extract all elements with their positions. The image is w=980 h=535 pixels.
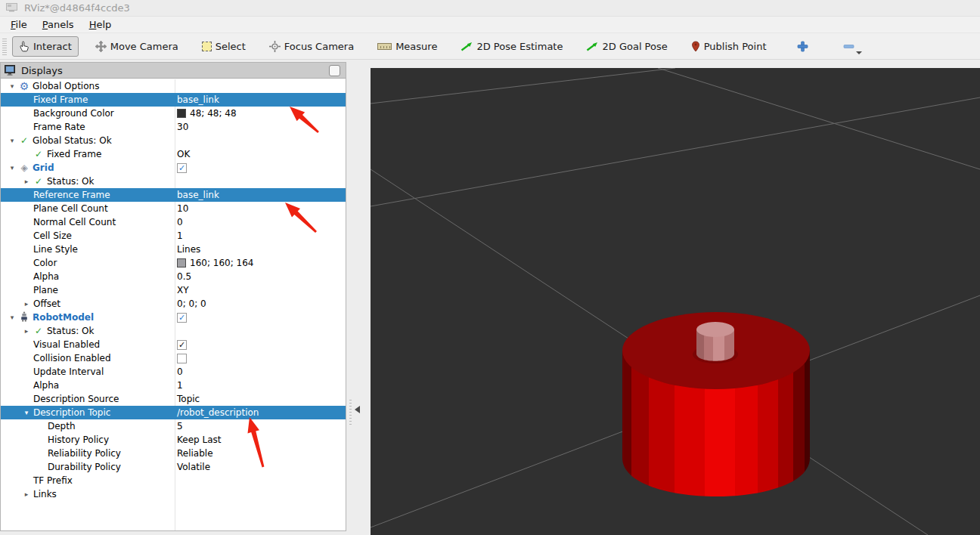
tree-row-collision-enabled[interactable]: Collision Enabled <box>1 351 346 365</box>
measure-button[interactable]: Measure <box>371 36 444 57</box>
tree-row-reliability-policy[interactable]: Reliability PolicyReliable <box>1 447 346 460</box>
tree-row-frame-rate[interactable]: Frame Rate30 <box>1 120 346 134</box>
publish-point-button[interactable]: Publish Point <box>684 36 774 57</box>
tree-row-status-ok[interactable]: ▸✓Status: Ok <box>1 324 346 338</box>
checkbox[interactable] <box>177 354 187 363</box>
expander-icon[interactable]: ▸ <box>21 327 32 335</box>
tree-row-history-policy[interactable]: History PolicyKeep Last <box>1 433 346 447</box>
menu-item-help[interactable]: Help <box>82 17 119 32</box>
splitter-handle[interactable] <box>349 399 352 425</box>
tree-row-plane[interactable]: PlaneXY <box>1 283 346 297</box>
tree-row-visual-enabled[interactable]: Visual Enabled✓ <box>1 338 346 351</box>
row-value[interactable]: 0.5 <box>177 270 191 283</box>
2d-pose-estimate-button[interactable]: 2D Pose Estimate <box>454 36 569 57</box>
row-value[interactable]: ✓ <box>177 311 187 324</box>
row-value[interactable]: 1 <box>177 379 183 392</box>
expander-icon[interactable]: ▸ <box>21 490 32 498</box>
expander-icon[interactable]: ▾ <box>7 82 17 90</box>
collapse-panel-icon[interactable] <box>355 406 360 413</box>
value-text: Lines <box>177 244 200 255</box>
row-value[interactable]: ✓ <box>177 161 187 175</box>
value-text: OK <box>177 149 190 159</box>
select-button[interactable]: Select <box>195 36 253 57</box>
value-text: 10 <box>177 203 188 214</box>
row-value[interactable]: base_link <box>177 188 219 202</box>
tree-row-durability-policy[interactable]: Durability PolicyVolatile <box>1 460 346 474</box>
tree-row-normal-cell-count[interactable]: Normal Cell Count0 <box>1 215 346 229</box>
move-camera-button[interactable]: Move Camera <box>88 36 185 57</box>
tool-label: Move Camera <box>110 41 178 52</box>
splitter-gutter[interactable] <box>346 60 371 535</box>
tree-row-color[interactable]: Color160; 160; 164 <box>1 256 346 270</box>
displays-panel-header[interactable]: Displays <box>1 63 346 79</box>
tree-row-grid[interactable]: ▾◈Grid✓ <box>1 161 346 175</box>
row-value[interactable] <box>177 351 187 365</box>
panel-float-button[interactable] <box>329 65 340 76</box>
remove-tool-button[interactable] <box>838 36 867 57</box>
tree-row-reference-frame[interactable]: Reference Framebase_link <box>1 188 346 202</box>
expander-icon[interactable]: ▾ <box>7 164 17 172</box>
row-value[interactable]: /robot_description <box>177 406 259 419</box>
row-value[interactable]: Topic <box>177 392 200 406</box>
chevron-down-icon[interactable] <box>856 51 862 54</box>
row-value[interactable]: base_link <box>177 93 219 107</box>
expander-icon[interactable]: ▾ <box>7 314 17 321</box>
tree-row-tf-prefix[interactable]: TF Prefix <box>1 474 346 487</box>
add-tool-button[interactable] <box>792 36 814 57</box>
tree-row-description-topic[interactable]: ▾Description Topic/robot_description <box>1 406 346 419</box>
tree-row-global-options[interactable]: ▾⚙Global Options <box>1 79 346 93</box>
tree-row-update-interval[interactable]: Update Interval0 <box>1 365 346 379</box>
expander-icon[interactable]: ▾ <box>21 409 32 416</box>
expander-icon[interactable]: ▾ <box>7 137 17 144</box>
menu-item-panels[interactable]: Panels <box>35 17 82 32</box>
interact-button[interactable]: Interact <box>12 36 79 57</box>
row-value[interactable]: OK <box>177 147 190 161</box>
row-value[interactable]: 0 <box>177 365 183 379</box>
tree-row-fixed-frame[interactable]: ✓Fixed FrameOK <box>1 147 346 161</box>
toolbar-drag-handle[interactable] <box>2 37 7 55</box>
tree-row-plane-cell-count[interactable]: Plane Cell Count10 <box>1 202 346 215</box>
tree-row-line-style[interactable]: Line StyleLines <box>1 243 346 256</box>
value-text: Topic <box>177 394 200 404</box>
expander-icon[interactable]: ▸ <box>21 300 32 308</box>
row-label: Plane Cell Count <box>32 203 108 214</box>
tree-row-global-status-ok[interactable]: ▾✓Global Status: Ok <box>1 134 346 147</box>
row-value[interactable]: 0; 0; 0 <box>177 297 206 311</box>
row-value[interactable]: Lines <box>177 243 200 256</box>
tree-row-alpha[interactable]: Alpha1 <box>1 379 346 392</box>
row-value[interactable]: 48; 48; 48 <box>177 107 237 120</box>
tree-row-alpha[interactable]: Alpha0.5 <box>1 270 346 283</box>
row-value[interactable]: 5 <box>177 419 183 433</box>
3d-scene[interactable] <box>371 68 980 535</box>
menu-item-file[interactable]: File <box>3 17 35 32</box>
focus-camera-button[interactable]: Focus Camera <box>262 36 361 57</box>
checkbox[interactable]: ✓ <box>177 163 187 173</box>
main-area: Displays ▾⚙Global OptionsFixed Framebase… <box>0 60 980 535</box>
row-value[interactable]: Reliable <box>177 447 213 460</box>
tree-row-background-color[interactable]: Background Color48; 48; 48 <box>1 107 346 120</box>
tree-row-robotmodel[interactable]: ▾RobotModel✓ <box>1 311 346 324</box>
tree-row-offset[interactable]: ▸Offset0; 0; 0 <box>1 297 346 311</box>
render-viewport[interactable] <box>371 68 980 535</box>
displays-tree: ▾⚙Global OptionsFixed Framebase_linkBack… <box>1 79 346 530</box>
row-value[interactable]: Keep Last <box>177 433 221 447</box>
checkbox[interactable]: ✓ <box>177 313 187 323</box>
row-value[interactable]: 10 <box>177 202 188 215</box>
row-value[interactable]: XY <box>177 283 189 297</box>
row-value[interactable]: 1 <box>177 229 183 243</box>
tree-row-depth[interactable]: Depth5 <box>1 419 346 433</box>
expander-icon[interactable]: ▸ <box>21 178 32 185</box>
row-value[interactable]: Volatile <box>177 460 210 474</box>
2d-goal-pose-button[interactable]: 2D Goal Pose <box>579 36 674 57</box>
tree-row-links[interactable]: ▸Links <box>1 487 346 501</box>
tree-row-fixed-frame[interactable]: Fixed Framebase_link <box>1 93 346 107</box>
tree-row-cell-size[interactable]: Cell Size1 <box>1 229 346 243</box>
row-value[interactable]: 0 <box>177 215 183 229</box>
row-value[interactable]: ✓ <box>177 338 187 351</box>
tree-row-description-source[interactable]: Description SourceTopic <box>1 392 346 406</box>
tree-row-status-ok[interactable]: ▸✓Status: Ok <box>1 175 346 188</box>
checkbox[interactable]: ✓ <box>177 340 187 350</box>
row-value[interactable]: 160; 160; 164 <box>177 256 253 270</box>
row-value[interactable]: 30 <box>177 120 188 134</box>
pin-icon <box>691 41 700 52</box>
